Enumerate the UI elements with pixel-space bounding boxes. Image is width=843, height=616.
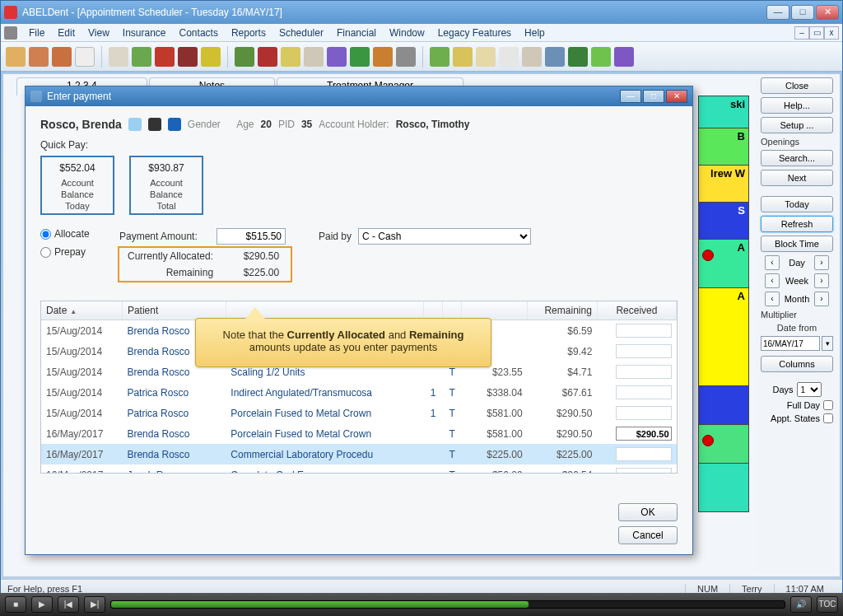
mdi-minimize[interactable]: – <box>794 26 809 40</box>
toolbar-icon[interactable] <box>350 47 370 67</box>
days-select[interactable]: 1 <box>797 382 822 397</box>
prev-week-button[interactable]: ‹ <box>765 273 780 288</box>
appt-block[interactable]: A <box>698 287 749 386</box>
toc-button[interactable]: TOC <box>817 596 838 613</box>
appt-block[interactable] <box>698 424 749 464</box>
dialog-minimize[interactable]: — <box>620 90 641 103</box>
setup-button[interactable]: Setup ... <box>761 117 833 133</box>
table-row[interactable]: 15/Aug/2014Patrica RoscoPorcelain Fused … <box>41 403 677 423</box>
toolbar-icon[interactable] <box>499 47 519 67</box>
allocate-radio-label[interactable]: Allocate <box>40 228 101 240</box>
apptstates-checkbox[interactable] <box>823 413 833 423</box>
table-row[interactable]: 16/May/2017Brenda RoscoPorcelain Fused t… <box>41 423 677 444</box>
menu-legacy[interactable]: Legacy Features <box>431 27 518 39</box>
next-button[interactable]: Next <box>761 170 833 186</box>
col-date[interactable]: Date▲ <box>41 301 122 320</box>
appt-block[interactable]: S <box>698 202 749 240</box>
toolbar-icon[interactable] <box>396 47 416 67</box>
titlebar[interactable]: ABELDent - [Appointment Scheduler - Tues… <box>1 1 842 24</box>
toolbar-icon[interactable] <box>568 47 588 67</box>
maximize-button[interactable]: □ <box>791 5 814 20</box>
toolbar-icon[interactable] <box>476 47 496 67</box>
toolbar-icon[interactable] <box>52 47 72 67</box>
person-icon[interactable] <box>128 118 142 131</box>
toolbar-icon[interactable] <box>6 47 26 67</box>
appt-block[interactable]: B <box>698 128 749 166</box>
datefrom-field[interactable] <box>761 336 820 351</box>
calendar-dropdown-icon[interactable]: ▾ <box>822 336 833 351</box>
prev-month-button[interactable]: ‹ <box>765 292 780 306</box>
toolbar-icon[interactable] <box>201 47 221 67</box>
volume-button[interactable]: 🔊 <box>790 596 812 613</box>
toolbar-icon[interactable] <box>453 47 473 67</box>
search-button[interactable]: Search... <box>761 150 833 166</box>
next-week-button[interactable]: › <box>814 273 829 288</box>
menu-financial[interactable]: Financial <box>330 27 383 39</box>
menu-help[interactable]: Help <box>518 27 552 39</box>
fullday-checkbox[interactable] <box>823 400 833 410</box>
dialog-close[interactable]: ✕ <box>666 90 687 103</box>
refresh-button[interactable]: Refresh <box>761 216 833 232</box>
col-remaining[interactable]: Remaining <box>528 301 598 320</box>
paidby-select[interactable]: C - Cash <box>358 228 531 245</box>
balance-today-box[interactable]: $552.04 Account Balance Today <box>40 156 114 215</box>
received-input[interactable] <box>616 406 672 420</box>
mdi-close[interactable]: x <box>824 26 839 40</box>
table-row[interactable]: 15/Aug/2014Patrica RoscoIndirect Angulat… <box>41 382 677 403</box>
toolbar-icon[interactable] <box>373 47 393 67</box>
cancel-button[interactable]: Cancel <box>618 526 678 544</box>
toolbar-icon[interactable] <box>235 47 254 67</box>
toolbar-icon[interactable] <box>29 47 49 67</box>
columns-button[interactable]: Columns <box>761 356 833 372</box>
minimize-button[interactable]: — <box>766 5 789 20</box>
help-button[interactable]: Help... <box>761 97 833 114</box>
menu-view[interactable]: View <box>82 27 116 39</box>
received-input[interactable] <box>616 427 672 441</box>
menu-reports[interactable]: Reports <box>225 27 272 39</box>
next-button[interactable]: ▶| <box>84 596 105 613</box>
progress-track[interactable] <box>110 600 785 609</box>
toolbar-icon[interactable] <box>614 47 634 67</box>
close-button[interactable]: Close <box>761 77 833 94</box>
appt-block[interactable] <box>698 463 749 512</box>
col-received[interactable]: Received <box>597 301 676 320</box>
toolbar-icon[interactable] <box>258 47 277 67</box>
toolbar-icon[interactable] <box>522 47 542 67</box>
toolbar-icon[interactable] <box>545 47 565 67</box>
menu-scheduler[interactable]: Scheduler <box>272 27 330 39</box>
appt-block[interactable]: lrew W <box>698 165 749 203</box>
payment-amount-input[interactable] <box>217 228 286 245</box>
today-button[interactable]: Today <box>761 196 833 212</box>
toolbar-icon[interactable] <box>430 47 449 67</box>
toolbar-icon[interactable] <box>591 47 611 67</box>
received-input[interactable] <box>616 385 672 399</box>
menu-edit[interactable]: Edit <box>51 27 82 39</box>
menu-file[interactable]: File <box>22 27 51 39</box>
received-input[interactable] <box>616 324 672 338</box>
allocate-radio[interactable] <box>40 229 51 240</box>
play-button[interactable]: ▶ <box>31 596 53 613</box>
dialog-titlebar[interactable]: Enter payment — □ ✕ <box>26 86 692 106</box>
umbrella-icon[interactable] <box>168 118 181 131</box>
menu-window[interactable]: Window <box>383 27 431 39</box>
dialog-maximize[interactable]: □ <box>643 90 664 103</box>
toolbar-icon[interactable] <box>155 47 175 67</box>
toolbar-icon[interactable] <box>132 47 151 67</box>
prev-day-button[interactable]: ‹ <box>765 255 780 270</box>
close-window-button[interactable]: ✕ <box>816 5 839 20</box>
next-day-button[interactable]: › <box>814 255 829 270</box>
toolbar-icon[interactable] <box>281 47 300 67</box>
toolbar-icon[interactable] <box>75 47 95 67</box>
app-menu-icon[interactable] <box>4 26 17 40</box>
appt-block[interactable]: A <box>698 239 749 288</box>
received-input[interactable] <box>616 344 672 358</box>
prepay-radio-label[interactable]: Prepay <box>40 246 101 258</box>
mdi-restore[interactable]: ▭ <box>809 26 824 40</box>
ok-button[interactable]: OK <box>618 503 678 521</box>
prepay-radio[interactable] <box>40 247 51 258</box>
next-month-button[interactable]: › <box>814 292 829 306</box>
balance-total-box[interactable]: $930.87 Account Balance Total <box>129 156 203 215</box>
toolbar-icon[interactable] <box>327 47 347 67</box>
appt-block[interactable] <box>698 385 749 425</box>
toolbar-icon[interactable] <box>178 47 198 67</box>
